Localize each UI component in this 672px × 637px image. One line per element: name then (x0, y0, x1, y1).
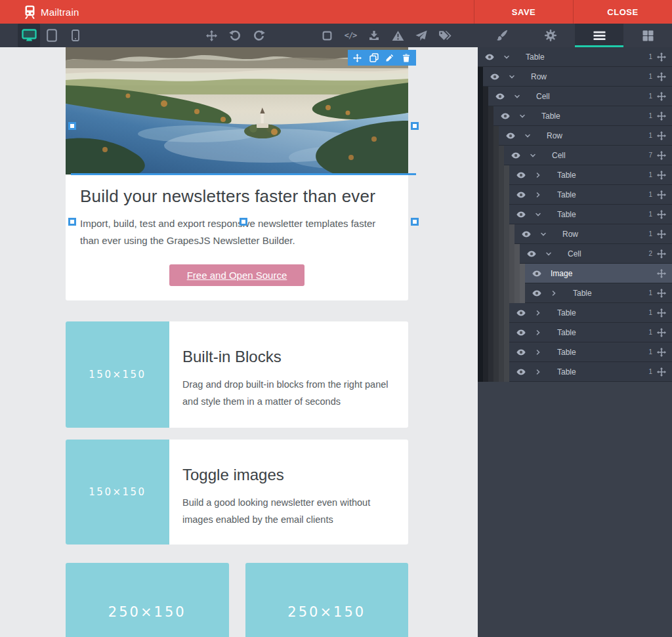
chevron-down-icon[interactable] (514, 93, 520, 100)
placeholder-image-250[interactable]: 250×150 (66, 563, 229, 637)
layer-move-handle-icon[interactable] (657, 112, 666, 121)
layer-row-table[interactable]: Table1 (478, 47, 672, 67)
layer-move-handle-icon[interactable] (657, 210, 666, 219)
layer-row-table[interactable]: Table1 (509, 205, 672, 224)
move-component-button[interactable] (200, 24, 223, 47)
layer-row-table[interactable]: Table1 (509, 303, 672, 323)
visibility-eye-icon[interactable] (511, 150, 521, 161)
component-move-button[interactable] (351, 51, 364, 64)
layer-row-table[interactable]: Table1 (509, 185, 672, 205)
selection-handle-bottom-center[interactable] (240, 218, 247, 226)
redo-button[interactable] (247, 24, 270, 47)
chevron-down-icon[interactable] (524, 133, 531, 139)
selection-handle-middle-right[interactable] (411, 122, 419, 130)
layer-row-table[interactable]: Table1 (494, 106, 672, 126)
feature-paragraph[interactable]: Build a good looking newsletter even wit… (182, 495, 395, 529)
layer-move-handle-icon[interactable] (657, 308, 666, 318)
visibility-eye-icon[interactable] (516, 170, 526, 180)
component-delete-trash-button[interactable] (400, 51, 413, 64)
layer-row-table[interactable]: Table1 (509, 165, 672, 185)
layer-row-table[interactable]: Table1 (509, 362, 672, 382)
hero-text-section[interactable]: Build your newsletters faster than ever … (66, 175, 408, 300)
layer-move-handle-icon[interactable] (657, 171, 666, 180)
tab-blocks[interactable] (623, 24, 672, 47)
chevron-down-icon[interactable] (509, 73, 515, 80)
device-desktop-button[interactable] (18, 24, 40, 47)
visibility-eye-icon[interactable] (516, 190, 526, 200)
hero-image[interactable] (66, 47, 408, 175)
warning-button[interactable] (386, 24, 410, 47)
component-edit-pencil-button[interactable] (383, 51, 396, 64)
free-open-source-button[interactable]: Free and Open Source (169, 264, 305, 286)
chevron-right-icon[interactable] (535, 369, 541, 375)
hero-paragraph[interactable]: Import, build, test and export responsiv… (80, 215, 394, 249)
export-code-button[interactable]: </> (339, 24, 362, 47)
visibility-eye-icon[interactable] (516, 209, 526, 220)
feature-card-built-in-blocks[interactable]: 150×150 Built-in Blocks Drag and drop bu… (66, 321, 408, 428)
chevron-down-icon[interactable] (530, 152, 536, 159)
placeholder-image-250[interactable]: 250×150 (245, 563, 409, 637)
layer-row-cell[interactable]: Cell1 (488, 87, 672, 106)
layer-row-cell[interactable]: Cell7 (504, 146, 672, 165)
chevron-right-icon[interactable] (535, 329, 541, 336)
import-template-button[interactable] (362, 24, 386, 47)
selection-handle-bottom-right[interactable] (411, 218, 419, 226)
layer-move-handle-icon[interactable] (657, 72, 666, 81)
layer-move-handle-icon[interactable] (657, 52, 666, 62)
layer-move-handle-icon[interactable] (657, 249, 666, 258)
layer-row-table[interactable]: Table1 (509, 342, 672, 362)
chevron-right-icon[interactable] (535, 310, 541, 316)
chevron-down-icon[interactable] (519, 113, 526, 119)
visibility-eye-icon[interactable] (526, 249, 537, 259)
placeholder-image-150[interactable]: 150×150 (66, 321, 169, 428)
layer-move-handle-icon[interactable] (657, 151, 666, 160)
layer-row-image[interactable]: Image (525, 264, 672, 283)
chevron-down-icon[interactable] (540, 231, 547, 237)
layer-row-row[interactable]: Row1 (514, 224, 672, 244)
chevron-down-icon[interactable] (545, 251, 552, 257)
visibility-eye-icon[interactable] (516, 308, 526, 318)
visibility-eye-icon[interactable] (532, 268, 542, 279)
layer-row-table[interactable]: Table1 (509, 323, 672, 342)
layer-row-cell[interactable]: Cell2 (520, 244, 672, 264)
layer-move-handle-icon[interactable] (657, 289, 666, 298)
visibility-eye-icon[interactable] (500, 111, 511, 121)
tags-button[interactable] (433, 24, 457, 47)
selection-handle-middle-left[interactable] (68, 122, 76, 130)
device-mobile-button[interactable] (64, 24, 87, 47)
hero-heading[interactable]: Build your newsletters faster than ever (80, 175, 394, 207)
layer-move-handle-icon[interactable] (657, 348, 666, 357)
device-tablet-button[interactable] (40, 24, 64, 47)
feature-heading[interactable]: Built-in Blocks (182, 348, 395, 366)
visibility-eye-icon[interactable] (484, 52, 495, 62)
feature-card-toggle-images[interactable]: 150×150 Toggle images Build a good looki… (66, 440, 408, 545)
chevron-right-icon[interactable] (535, 349, 541, 356)
layer-row-table[interactable]: Table1 (525, 283, 672, 303)
visibility-eye-icon[interactable] (505, 131, 516, 141)
send-test-button[interactable] (410, 24, 433, 47)
layer-move-handle-icon[interactable] (657, 367, 666, 377)
visibility-eye-icon[interactable] (521, 229, 532, 239)
chevron-right-icon[interactable] (535, 192, 541, 198)
chevron-down-icon[interactable] (535, 211, 541, 218)
placeholder-image-150[interactable]: 150×150 (66, 440, 169, 545)
chevron-right-icon[interactable] (535, 172, 541, 178)
layer-row-row[interactable]: Row1 (499, 126, 672, 146)
tab-layers[interactable] (575, 24, 623, 47)
layer-move-handle-icon[interactable] (657, 328, 666, 337)
chevron-down-icon[interactable] (503, 54, 510, 60)
layer-move-handle-icon[interactable] (657, 230, 666, 239)
tab-style[interactable] (478, 24, 526, 47)
undo-button[interactable] (223, 24, 247, 47)
visibility-eye-icon[interactable] (495, 91, 505, 102)
save-button[interactable]: SAVE (474, 0, 573, 24)
visibility-eye-icon[interactable] (532, 288, 542, 298)
selection-handle-bottom-left[interactable] (68, 218, 76, 226)
layer-move-handle-icon[interactable] (657, 190, 666, 199)
feature-paragraph[interactable]: Drag and drop built-in blocks from the r… (182, 377, 395, 411)
layer-move-handle-icon[interactable] (657, 269, 666, 278)
editor-canvas[interactable]: Build your newsletters faster than ever … (0, 47, 478, 637)
visibility-eye-icon[interactable] (516, 367, 526, 377)
tab-settings[interactable] (526, 24, 575, 47)
visibility-eye-icon[interactable] (516, 327, 526, 338)
